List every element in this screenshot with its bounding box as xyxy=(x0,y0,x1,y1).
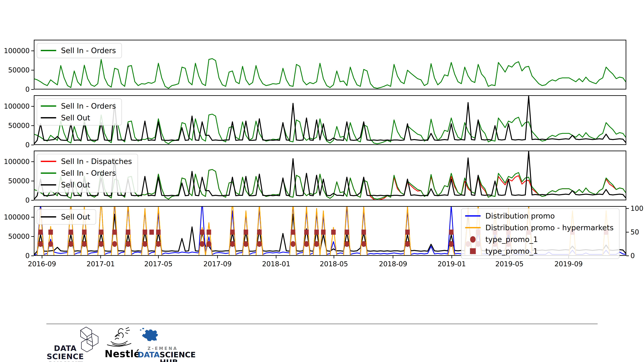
nestle-logo: Nestlé xyxy=(105,327,140,360)
x-tick-mark xyxy=(393,256,393,258)
x-tick-label: 2016-09 xyxy=(28,261,56,267)
y-tick-label: 0 xyxy=(0,142,30,148)
type-promo-1-circle-marker xyxy=(112,241,117,247)
type-promo-1-square-marker xyxy=(112,230,117,235)
legend-line-sample-icon xyxy=(41,161,56,162)
type-promo-1-circle-marker xyxy=(405,241,410,247)
subplot-2-legend-left: Sell In - OrdersSell Out xyxy=(37,98,122,125)
x-tick-mark xyxy=(276,256,276,258)
type-promo-1-square-marker xyxy=(99,230,103,235)
y-tick-label: 50000 xyxy=(0,233,30,240)
type-promo-1-square-marker xyxy=(156,230,161,235)
type-promo-1-circle-marker xyxy=(99,241,104,247)
series-sell-out xyxy=(34,96,626,144)
europe-map-icon xyxy=(138,325,161,346)
legend-label: type_promo_1 xyxy=(486,235,538,244)
y-tick-mark xyxy=(31,106,34,107)
type-promo-1-square-marker xyxy=(230,230,235,235)
legend-line-sample-icon xyxy=(465,215,480,217)
y-tick-mark xyxy=(31,70,34,70)
legend-label: Distribution promo xyxy=(486,212,555,220)
type-promo-1-circle-marker xyxy=(344,241,349,247)
type-promo-1-circle-marker xyxy=(126,241,130,247)
legend-line-sample-icon xyxy=(41,184,56,186)
legend-label: Distribution promo - hypermarkets xyxy=(486,224,614,232)
legend-entry: Distribution promo xyxy=(465,212,614,220)
type-promo-1-square-marker xyxy=(291,230,295,235)
right-y-tick-mark xyxy=(626,232,629,233)
legend-entry: Sell Out xyxy=(41,213,90,221)
type-promo-1-square-marker xyxy=(257,230,262,235)
hub-word-data: DATA xyxy=(138,350,160,359)
legend-line-sample-icon xyxy=(41,50,56,51)
x-tick-mark xyxy=(158,256,159,258)
x-tick-mark xyxy=(452,256,452,258)
right-y-tick-label: 50 xyxy=(630,229,644,236)
y-tick-label: 100000 xyxy=(0,47,30,54)
subplot-3-legend-left: Sell In - DispatchesSell In - OrdersSell… xyxy=(37,154,138,193)
legend-label: Sell In - Orders xyxy=(61,102,116,110)
x-tick-label: 2018-05 xyxy=(320,261,348,267)
type-promo-1-square-marker xyxy=(150,230,154,235)
x-tick-label: 2019-05 xyxy=(495,261,524,267)
legend-line-sample-icon xyxy=(41,172,56,174)
type-promo-1-circle-marker xyxy=(82,241,87,247)
type-promo-1-square-marker xyxy=(244,230,248,235)
subplot-1-plot-area xyxy=(34,40,626,89)
type-promo-1-circle-marker xyxy=(304,241,309,247)
legend-square-marker-icon xyxy=(465,248,480,254)
legend-entry: Sell In - Orders xyxy=(41,102,116,110)
y-tick-label: 0 xyxy=(0,86,30,93)
subplot-sell-in-orders: 050000100000Sell In - Orders xyxy=(34,40,626,89)
type-promo-1-square-marker xyxy=(362,230,366,235)
x-tick-mark xyxy=(217,256,218,258)
x-tick-mark xyxy=(100,256,101,258)
legend-line-sample-icon xyxy=(465,227,480,228)
type-promo-1-circle-marker xyxy=(244,241,248,247)
right-y-tick-label: 100 xyxy=(630,205,644,212)
legend-entry: Sell In - Orders xyxy=(41,46,116,55)
type-promo-1-circle-marker xyxy=(230,241,235,247)
type-promo-1-circle-marker xyxy=(361,241,366,247)
type-promo-1-square-marker xyxy=(449,230,454,235)
legend-line-sample-icon xyxy=(41,216,56,218)
footer-divider xyxy=(46,323,598,324)
type-promo-1-circle-marker xyxy=(38,241,43,247)
subplot-4-legend-left: Sell Out xyxy=(37,209,96,225)
y-tick-label: 0 xyxy=(0,252,30,259)
type-promo-1-square-marker xyxy=(304,230,309,235)
nestle-wordmark: Nestlé xyxy=(105,348,140,360)
legend-label: type_promo_1 xyxy=(486,247,538,256)
legend-label: Sell Out xyxy=(61,213,90,221)
legend-entry: Sell In - Orders xyxy=(41,169,132,177)
x-tick-label: 2018-09 xyxy=(379,261,407,267)
nestle-birds-nest-icon xyxy=(105,327,134,348)
y-tick-mark xyxy=(31,50,34,51)
right-y-tick-mark xyxy=(626,256,629,256)
summit-hexagons-icon xyxy=(77,326,102,355)
type-promo-1-circle-marker xyxy=(156,241,161,247)
type-promo-1-circle-marker xyxy=(257,241,262,247)
y-tick-mark xyxy=(31,125,34,126)
type-promo-1-square-marker xyxy=(143,230,147,235)
type-promo-1-square-marker xyxy=(126,230,130,235)
type-promo-1-circle-marker xyxy=(206,241,211,247)
legend-label: Sell In - Orders xyxy=(61,46,116,55)
y-tick-mark xyxy=(31,161,34,162)
y-tick-mark xyxy=(31,236,34,237)
type-promo-1-square-marker xyxy=(48,230,53,235)
type-promo-1-circle-marker xyxy=(200,241,204,247)
y-tick-label: 0 xyxy=(0,197,30,204)
type-promo-1-square-marker xyxy=(82,230,86,235)
subplot-4-legend-right: Distribution promoDistribution promo - h… xyxy=(461,208,620,259)
x-tick-label: 2018-01 xyxy=(262,261,290,267)
type-promo-1-square-marker xyxy=(345,230,349,235)
y-tick-mark xyxy=(31,256,34,256)
type-promo-1-square-marker xyxy=(405,230,410,235)
y-tick-mark xyxy=(31,145,34,145)
x-tick-label: 2017-09 xyxy=(203,261,232,267)
subplot-2-plot-area xyxy=(34,95,626,145)
type-promo-1-square-marker xyxy=(314,230,319,235)
y-tick-label: 50000 xyxy=(0,122,30,129)
type-promo-1-circle-marker xyxy=(142,241,147,247)
